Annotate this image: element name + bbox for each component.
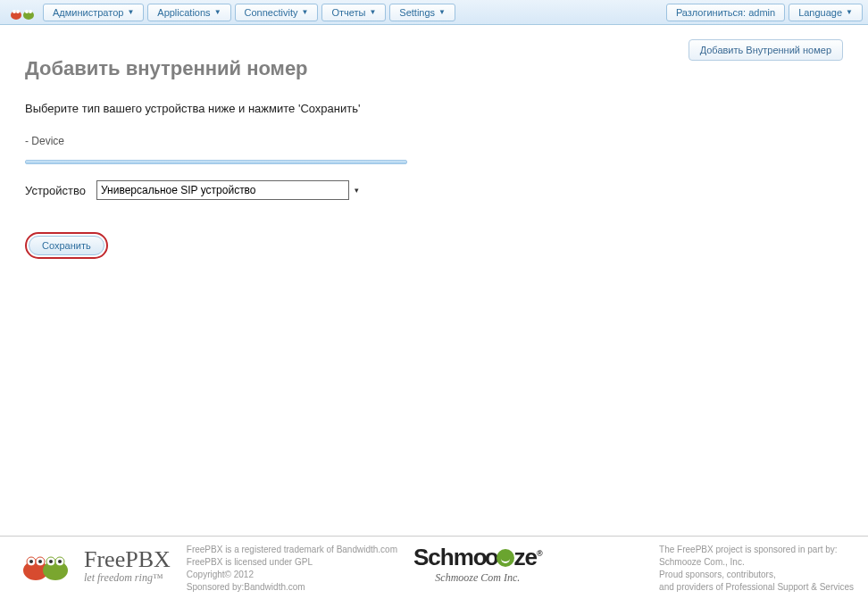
- menu-connectivity[interactable]: Connectivity ▼: [235, 4, 319, 21]
- schmooze-logo: Schmooze® Schmooze Com Inc.: [413, 544, 542, 585]
- menu-language-label: Language: [798, 7, 842, 18]
- device-select-wrap: Универсальное SIP устройство ▾: [96, 180, 364, 200]
- svg-point-15: [58, 560, 62, 563]
- menu-admin-label: Администратор: [53, 7, 123, 18]
- freepbx-small-logo: [5, 3, 39, 22]
- footer-line: FreePBX is licensed under GPL: [187, 556, 397, 569]
- chevron-down-icon: ▼: [301, 8, 308, 16]
- menu-reports[interactable]: Отчеты ▼: [321, 4, 386, 21]
- svg-point-13: [38, 560, 42, 563]
- save-button[interactable]: Сохранить: [29, 236, 104, 255]
- section-divider: [25, 160, 407, 164]
- logout-label: Разлогиниться: admin: [676, 7, 775, 18]
- svg-point-5: [29, 10, 32, 13]
- instruction-text: Выберите тип вашего устройства ниже и на…: [25, 102, 843, 115]
- svg-point-12: [29, 560, 33, 563]
- menu-language[interactable]: Language ▼: [789, 4, 863, 21]
- chevron-down-icon: ▼: [369, 8, 376, 16]
- footer-line: Proud sponsors, contributors,: [659, 569, 854, 581]
- footer-line: The FreePBX project is sponsored in part…: [659, 544, 854, 556]
- chevron-down-icon: ▼: [127, 8, 134, 16]
- logout-button[interactable]: Разлогиниться: admin: [666, 4, 785, 21]
- freepbx-name: FreePBX: [84, 546, 171, 573]
- svg-point-2: [13, 10, 16, 13]
- footer-line: Copyright© 2012: [187, 569, 397, 581]
- menu-applications-label: Applications: [157, 7, 210, 18]
- menu-connectivity-label: Connectivity: [245, 7, 298, 18]
- footer-line: FreePBX is a registered trademark of Ban…: [187, 544, 397, 556]
- footer: FreePBX let freedom ring™ FreePBX is a r…: [0, 536, 868, 599]
- section-label: - Device: [25, 135, 843, 147]
- menu-settings[interactable]: Settings ▼: [389, 4, 455, 21]
- schmooze-sub: Schmooze Com Inc.: [435, 571, 520, 585]
- save-button-highlight: Сохранить: [25, 232, 108, 259]
- menu-settings-label: Settings: [399, 7, 435, 18]
- frog-icon: [14, 544, 77, 587]
- footer-line: Schmooze Com., Inc.: [659, 556, 854, 569]
- footer-line: Sponsored by:Bandwidth.com: [187, 581, 397, 594]
- svg-point-0: [11, 11, 21, 20]
- footer-info-left: FreePBX is a registered trademark of Ban…: [187, 544, 397, 594]
- footer-info-right: The FreePBX project is sponsored in part…: [659, 544, 854, 594]
- svg-point-14: [49, 560, 53, 563]
- menu-reports-label: Отчеты: [331, 7, 365, 18]
- chevron-down-icon: ▼: [846, 8, 853, 16]
- freepbx-text: FreePBX let freedom ring™: [84, 546, 171, 585]
- page-title: Добавить внутренний номер: [25, 57, 843, 80]
- smiley-icon: [497, 549, 514, 567]
- svg-point-4: [25, 10, 29, 13]
- chevron-down-icon: ▼: [438, 8, 446, 16]
- footer-line: and providers of Professional Support & …: [659, 581, 854, 594]
- device-row: Устройство Универсальное SIP устройство …: [25, 180, 843, 200]
- freepbx-tagline: let freedom ring™: [84, 571, 171, 585]
- svg-point-3: [16, 10, 20, 13]
- schmooze-main: Schmooze®: [413, 544, 542, 571]
- main-content: Добавить внутренний номер Выберите тип в…: [0, 25, 868, 277]
- svg-point-1: [23, 11, 34, 20]
- menu-applications[interactable]: Applications ▼: [147, 4, 230, 21]
- chevron-down-icon: ▼: [214, 8, 221, 16]
- top-menu-bar: Администратор ▼ Applications ▼ Connectiv…: [0, 0, 868, 25]
- freepbx-footer-logo: FreePBX let freedom ring™: [14, 544, 171, 587]
- device-label: Устройство: [25, 184, 86, 197]
- device-select[interactable]: Универсальное SIP устройство: [96, 180, 364, 200]
- menu-admin[interactable]: Администратор ▼: [43, 4, 144, 21]
